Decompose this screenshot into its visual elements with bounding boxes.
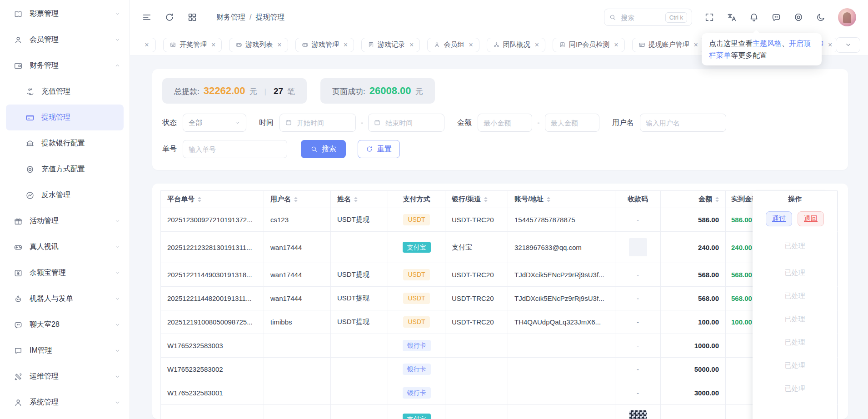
end-time-picker[interactable] bbox=[368, 114, 444, 132]
sidebar-item-11[interactable]: 机器人与发单 bbox=[0, 286, 130, 312]
dark-mode-moon-icon[interactable] bbox=[816, 12, 826, 22]
approve-button[interactable]: 通过 bbox=[766, 211, 792, 226]
reset-button[interactable]: 重置 bbox=[358, 140, 400, 158]
sort-caret-icon[interactable] bbox=[198, 197, 201, 202]
cell-action bbox=[753, 400, 837, 419]
menu-collapse-icon[interactable] bbox=[142, 12, 152, 22]
sidebar-item-14[interactable]: 运维管理 bbox=[0, 364, 130, 389]
cell-bank-channel: 支付宝 bbox=[445, 232, 508, 263]
max-amount-input[interactable] bbox=[545, 114, 599, 132]
sidebar-item-2[interactable]: 财务管理 bbox=[0, 53, 130, 79]
sort-caret-icon[interactable] bbox=[354, 197, 358, 202]
sidebar-item-10[interactable]: 余额宝管理 bbox=[0, 260, 130, 286]
min-amount-input[interactable] bbox=[478, 114, 532, 132]
sidebar-item-12[interactable]: 聊天室28 bbox=[0, 312, 130, 338]
username-input[interactable] bbox=[640, 114, 726, 132]
user-avatar[interactable] bbox=[838, 8, 856, 26]
close-icon[interactable]: × bbox=[344, 41, 348, 49]
bank-card-icon bbox=[639, 41, 645, 48]
cell-pay-method: 支付宝 bbox=[388, 232, 445, 263]
end-time-input[interactable] bbox=[384, 119, 439, 127]
sidebar-item-label: 真人视讯 bbox=[30, 242, 59, 252]
sidebar-item-6[interactable]: 充值方式配置 bbox=[0, 156, 130, 182]
column-header-1[interactable]: 用户名 bbox=[264, 191, 331, 208]
status-select[interactable]: 全部 bbox=[183, 114, 246, 132]
tools-icon bbox=[14, 372, 23, 381]
sidebar-item-1[interactable]: 会员管理 bbox=[0, 27, 130, 53]
cell-action: 通过退回 bbox=[753, 207, 837, 230]
tab-partial[interactable]: × bbox=[137, 38, 156, 52]
order-no-input[interactable] bbox=[183, 140, 287, 158]
chat-robot-icon[interactable] bbox=[771, 12, 781, 22]
processed-label: 已处理 bbox=[785, 269, 805, 277]
tabs-more-button[interactable] bbox=[836, 37, 860, 53]
column-header-action: 操作 bbox=[753, 191, 837, 207]
start-time-input[interactable] bbox=[296, 119, 350, 127]
tab-6[interactable]: 同IP会员检测× bbox=[553, 38, 625, 52]
pay-method-badge: 支付宝 bbox=[403, 414, 431, 419]
column-header-2[interactable]: 姓名 bbox=[331, 191, 388, 208]
cell-account-address: TJdDXcik5ENcPz9rRj9sU3f... bbox=[508, 263, 615, 286]
sidebar-item-label: 运维管理 bbox=[30, 372, 59, 381]
fullscreen-icon[interactable] bbox=[704, 12, 714, 22]
close-icon[interactable]: × bbox=[828, 41, 832, 49]
close-icon[interactable]: × bbox=[277, 41, 281, 49]
pay-method-badge: USDT bbox=[403, 316, 429, 328]
close-icon[interactable]: × bbox=[211, 41, 215, 49]
sidebar-item-7[interactable]: 反水管理 bbox=[0, 182, 130, 208]
tab-2[interactable]: 游戏管理× bbox=[295, 38, 354, 52]
sort-caret-icon[interactable] bbox=[484, 197, 488, 202]
sidebar-item-13[interactable]: IM管理 bbox=[0, 338, 130, 364]
sidebar-item-0[interactable]: 彩票管理 bbox=[0, 1, 130, 27]
tab-0[interactable]: 开奖管理× bbox=[163, 38, 222, 52]
close-icon[interactable]: × bbox=[145, 41, 149, 49]
close-icon[interactable]: × bbox=[694, 41, 698, 49]
sort-caret-icon[interactable] bbox=[294, 197, 298, 202]
sidebar-item-3[interactable]: 充值管理 bbox=[0, 79, 130, 105]
tab-7[interactable]: 提现账户管理× bbox=[632, 38, 704, 52]
cell-qr-code: - bbox=[615, 263, 661, 286]
cell-bank-channel: USDT-TRC20 bbox=[445, 287, 508, 310]
column-header-7[interactable]: 金额 bbox=[661, 191, 726, 208]
sidebar-item-5[interactable]: 提款银行配置 bbox=[0, 130, 130, 156]
cell-amount: 586.00 bbox=[661, 208, 726, 231]
sidebar-item-4[interactable]: 提现管理 bbox=[6, 105, 124, 130]
breadcrumb-parent[interactable]: 财务管理 bbox=[216, 13, 245, 22]
sidebar-item-9[interactable]: 真人视讯 bbox=[0, 234, 130, 260]
tab-1[interactable]: 游戏列表× bbox=[229, 38, 288, 52]
column-header-0[interactable]: 平台单号 bbox=[161, 191, 264, 208]
cell-amount bbox=[661, 405, 726, 419]
column-header-4[interactable]: 银行/渠道 bbox=[445, 191, 508, 208]
notification-bell-icon[interactable] bbox=[749, 12, 759, 22]
close-icon[interactable]: × bbox=[469, 41, 473, 49]
refresh-icon[interactable] bbox=[165, 12, 175, 22]
tab-5[interactable]: 团队概况× bbox=[487, 38, 545, 52]
close-icon[interactable]: × bbox=[409, 41, 414, 49]
apps-grid-icon[interactable] bbox=[187, 12, 197, 22]
tab-label: 开奖管理 bbox=[180, 40, 207, 49]
sidebar-item-15[interactable]: 系统管理 bbox=[0, 389, 130, 415]
user-icon bbox=[14, 35, 23, 45]
reject-button[interactable]: 退回 bbox=[798, 211, 824, 226]
qr-thumbnail[interactable] bbox=[629, 410, 647, 419]
start-time-picker[interactable] bbox=[279, 114, 356, 132]
processed-label: 已处理 bbox=[785, 384, 805, 393]
robot-icon bbox=[14, 294, 23, 304]
processed-label: 已处理 bbox=[785, 338, 805, 347]
close-icon[interactable]: × bbox=[614, 41, 618, 49]
sidebar-item-8[interactable]: 活动管理 bbox=[0, 208, 130, 234]
sort-caret-icon[interactable] bbox=[547, 197, 550, 202]
global-search[interactable]: Ctrl k bbox=[604, 9, 692, 26]
sort-caret-icon[interactable] bbox=[715, 197, 719, 202]
search-input[interactable] bbox=[620, 13, 653, 22]
sidebar-item-label: 充值方式配置 bbox=[41, 165, 85, 174]
tab-3[interactable]: 游戏记录× bbox=[361, 38, 420, 52]
cell-name: USDT提现 bbox=[331, 263, 388, 286]
close-icon[interactable]: × bbox=[535, 41, 539, 49]
tab-4[interactable]: 会员组× bbox=[427, 38, 479, 52]
column-header-5[interactable]: 账号/地址 bbox=[508, 191, 615, 208]
theme-style-link[interactable]: 主题风格 bbox=[753, 40, 782, 47]
translate-icon[interactable] bbox=[727, 12, 737, 22]
search-button[interactable]: 搜索 bbox=[301, 140, 346, 158]
settings-gear-icon[interactable] bbox=[793, 12, 803, 22]
